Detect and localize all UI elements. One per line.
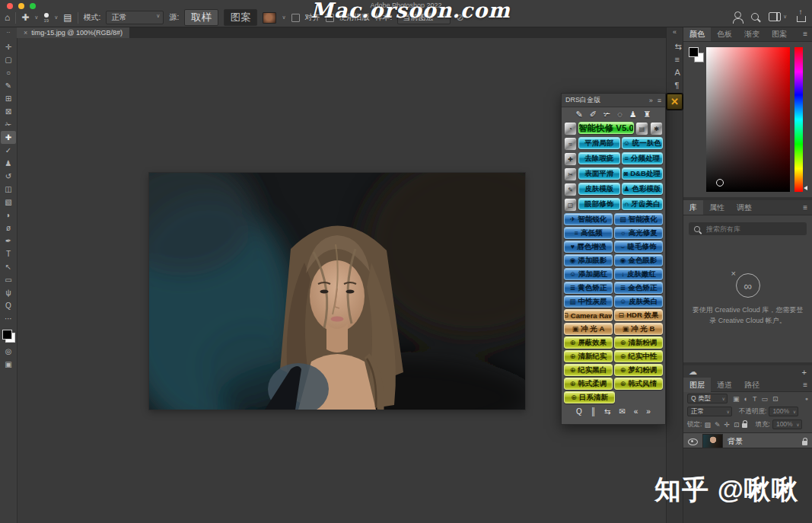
layers-tab-2[interactable]: 路径 bbox=[738, 378, 766, 392]
drs-action-button[interactable]: ≡高低频 bbox=[564, 227, 613, 239]
layer-thumbnail[interactable] bbox=[702, 434, 723, 449]
hand-tool[interactable]: ψ bbox=[1, 286, 16, 299]
drs-action-button[interactable]: ⊕纪实中性 bbox=[614, 350, 663, 362]
side-tool-icon[interactable]: ✱ bbox=[650, 122, 663, 136]
brush-icon[interactable]: ✎ bbox=[576, 110, 583, 120]
clone-stamp-tool[interactable]: ♟ bbox=[1, 157, 16, 170]
home-icon[interactable]: ⌂ bbox=[5, 13, 10, 22]
eyedropper-tool[interactable]: ✁ bbox=[1, 118, 16, 131]
chevron-down-icon[interactable]: ∨ bbox=[282, 14, 285, 21]
shape-layer-filter-icon[interactable]: ▭ bbox=[761, 395, 768, 403]
patch-icon[interactable]: ✃ bbox=[603, 110, 610, 120]
drs-action-button[interactable]: ♟色彩模版 bbox=[622, 183, 664, 195]
move-tool[interactable]: ✛ bbox=[1, 40, 16, 53]
drs-action-button[interactable]: ⊕韩式风情 bbox=[614, 378, 663, 390]
drs-action-button[interactable]: ▣冲 光 B bbox=[614, 323, 663, 335]
leading-tool-icon[interactable]: ✚ bbox=[564, 152, 577, 166]
frame-tool[interactable]: ⊠ bbox=[1, 105, 16, 118]
search-icon[interactable] bbox=[751, 13, 759, 21]
smart-object-filter-icon[interactable]: ⊡ bbox=[772, 395, 779, 403]
drs-action-button[interactable]: ◉金色眼影 bbox=[614, 254, 663, 266]
sampled-button[interactable]: 取样 bbox=[184, 9, 218, 26]
stamp-icon[interactable]: ♟ bbox=[629, 110, 637, 120]
lock-transparency-icon[interactable]: ▨ bbox=[704, 421, 711, 429]
type-tool[interactable]: T bbox=[1, 247, 16, 260]
search-icon[interactable]: Q bbox=[576, 407, 582, 416]
leading-tool-icon[interactable]: ✎ bbox=[564, 183, 577, 196]
drs-action-button[interactable]: 去除瑕疵 bbox=[578, 152, 620, 164]
aligned-checkbox[interactable] bbox=[291, 14, 300, 22]
drs-action-button[interactable]: 眼部修饰 bbox=[578, 198, 620, 210]
foreground-color-swatch[interactable] bbox=[689, 47, 699, 57]
chevron-down-icon[interactable]: ∨ bbox=[54, 14, 58, 21]
character-panel-icon[interactable]: A bbox=[675, 68, 680, 77]
drs-action-button[interactable]: ≣金色矫正 bbox=[614, 282, 663, 294]
expand-panels-icon[interactable]: « bbox=[673, 28, 677, 36]
color-picker-handle[interactable] bbox=[716, 179, 724, 187]
pixel-layer-filter-icon[interactable]: ▣ bbox=[733, 395, 740, 403]
shape-tool[interactable]: ▭ bbox=[1, 273, 16, 286]
drs-action-button[interactable]: ⌣睫毛修饰 bbox=[614, 241, 663, 253]
pages-icon[interactable]: ║ bbox=[591, 407, 596, 416]
side-tool-icon[interactable]: ▤ bbox=[635, 122, 648, 136]
paragraph-panel-icon[interactable]: ¶ bbox=[675, 81, 680, 90]
smart-fix-button[interactable]: 智能快修 V5.0 bbox=[578, 122, 634, 134]
quick-mask-button[interactable]: ◎ bbox=[1, 345, 16, 358]
drs-action-button[interactable]: ☺添加腮红 bbox=[564, 268, 613, 280]
foreground-background-swatches[interactable] bbox=[689, 47, 704, 62]
pen-tool[interactable]: ✒ bbox=[1, 234, 16, 247]
leading-tool-icon[interactable]: ▢ bbox=[564, 198, 577, 212]
library-tab-1[interactable]: 属性 bbox=[703, 200, 731, 215]
library-search-input[interactable] bbox=[705, 225, 802, 234]
drs-action-button[interactable]: ≡分频处理 bbox=[622, 152, 664, 164]
lock-move-icon[interactable]: ✛ bbox=[724, 421, 730, 429]
layers-tab-0[interactable]: 图层 bbox=[683, 378, 711, 392]
color-tab-3[interactable]: 图案 bbox=[766, 27, 793, 41]
leading-tool-icon[interactable]: ◔ bbox=[564, 122, 577, 136]
drs-action-button[interactable]: ∩牙齿美白 bbox=[622, 198, 664, 210]
lock-all-icon[interactable] bbox=[742, 423, 747, 428]
drs-panel-header[interactable]: DRS白金版 » ≡ bbox=[562, 94, 665, 107]
drs-action-button[interactable]: 表面平滑 bbox=[578, 167, 620, 180]
swap-icon[interactable]: ⇆ bbox=[604, 407, 610, 416]
dodge-tool[interactable]: ø bbox=[1, 222, 16, 234]
layer-filter-select[interactable]: Q 类型 bbox=[687, 394, 728, 403]
blend-mode-select[interactable]: 正常 bbox=[687, 407, 732, 416]
drs-action-button[interactable]: ⊕韩式柔调 bbox=[564, 378, 613, 390]
screen-mode-button[interactable]: ▣ bbox=[1, 358, 16, 371]
filter-toggle-icon[interactable]: ● bbox=[805, 396, 808, 401]
drs-action-button[interactable]: ⊕日系清新 bbox=[564, 391, 615, 403]
prev-icon[interactable]: « bbox=[634, 407, 638, 416]
path-select-tool[interactable]: ↖ bbox=[1, 260, 16, 273]
zoom-tool[interactable]: Q bbox=[1, 299, 16, 312]
type-layer-filter-icon[interactable]: T bbox=[753, 395, 757, 403]
mode-select[interactable]: 正常 bbox=[106, 11, 164, 24]
panel-menu-icon[interactable]: ≡ bbox=[803, 203, 812, 212]
library-tab-2[interactable]: 调整 bbox=[731, 200, 758, 215]
adjustment-layer-filter-icon[interactable]: ◐ bbox=[744, 395, 748, 403]
lasso-tool[interactable]: ○ bbox=[1, 66, 16, 79]
panel-menu-icon[interactable]: ≡ bbox=[803, 381, 812, 389]
lasso-icon[interactable]: ◌ bbox=[617, 110, 623, 120]
marquee-tool[interactable]: ▢ bbox=[1, 53, 16, 66]
panel-menu-icon[interactable]: ≡ bbox=[658, 97, 661, 104]
lock-artboard-icon[interactable]: ⊡ bbox=[734, 421, 740, 429]
drs-action-button[interactable]: ◉添加眼影 bbox=[564, 254, 613, 266]
more-tools[interactable]: ⋯ bbox=[1, 312, 16, 325]
library-tab-0[interactable]: 库 bbox=[683, 200, 703, 215]
history-brush-tool[interactable]: ↺ bbox=[1, 170, 16, 183]
share-icon[interactable] bbox=[797, 16, 806, 22]
foreground-color-swatch[interactable] bbox=[2, 330, 12, 340]
drs-action-button[interactable]: ≣黄色矫正 bbox=[564, 282, 613, 294]
pattern-button[interactable]: 图案 bbox=[224, 9, 258, 26]
layers-tab-1[interactable]: 通道 bbox=[711, 378, 738, 392]
brush-tool[interactable]: ✓ bbox=[1, 144, 16, 157]
brush-panel-toggle-icon[interactable]: ▤ bbox=[63, 13, 72, 22]
drs-action-button[interactable]: ⊕屏蔽效果 bbox=[564, 336, 613, 349]
brush-size-preview[interactable]: 19 bbox=[43, 13, 49, 23]
pattern-thumbnail[interactable] bbox=[263, 12, 276, 24]
align-panel-icon[interactable]: ⇆ bbox=[675, 42, 682, 52]
color-tab-1[interactable]: 色板 bbox=[711, 27, 738, 41]
healing-brush-icon[interactable]: ✐ bbox=[590, 110, 597, 120]
add-new-icon[interactable]: + bbox=[802, 368, 807, 377]
